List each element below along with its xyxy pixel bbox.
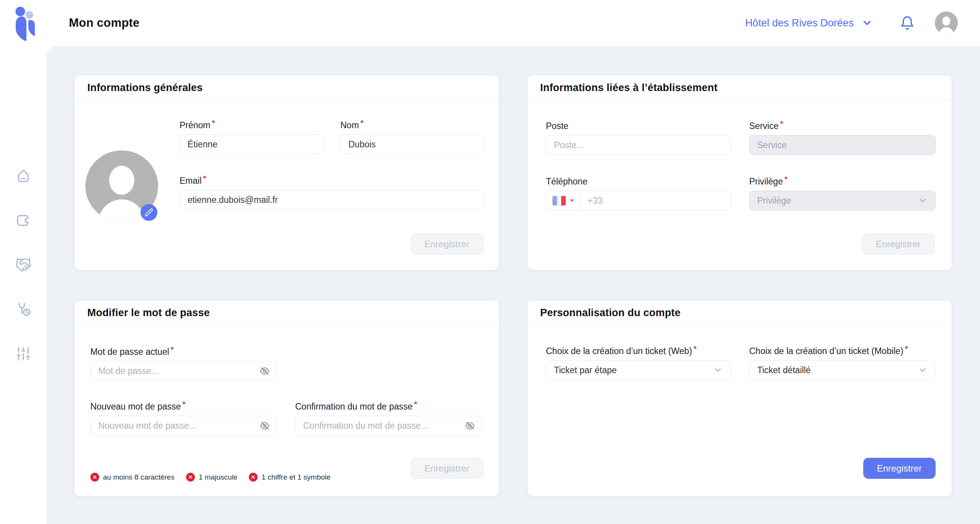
new-password-input[interactable] xyxy=(90,416,277,436)
telephone-label: Téléphone xyxy=(546,176,588,187)
prenom-label: Prénom xyxy=(180,120,211,131)
content-area: Informations générales Prénom* xyxy=(47,46,980,524)
save-personalization-button[interactable]: Enregistrer xyxy=(863,458,936,479)
toggle-confirm-password-visibility[interactable] xyxy=(463,419,477,433)
service-input xyxy=(749,135,936,155)
sidebar-item-partners[interactable] xyxy=(14,256,33,273)
required-asterisk: * xyxy=(694,346,697,351)
poste-label: Poste xyxy=(546,121,568,131)
eye-off-icon xyxy=(259,366,270,377)
eye-off-icon xyxy=(259,420,270,431)
card-title: Informations liées à l’établissement xyxy=(540,82,717,94)
card-informations-etablissement: Informations liées à l’établissement Pos… xyxy=(527,75,952,270)
required-asterisk: * xyxy=(780,121,783,126)
chevron-down-icon xyxy=(918,365,928,375)
notifications-button[interactable] xyxy=(899,15,916,31)
password-rules: au moins 8 caractères 1 majuscule 1 chif… xyxy=(90,473,331,482)
phone-field xyxy=(546,191,731,211)
ticket-web-select[interactable]: Ticket par étape xyxy=(546,360,731,380)
ticket-mobile-label: Choix de la création d’un ticket (Mobile… xyxy=(749,346,903,356)
ticket-mobile-select[interactable]: Ticket détaillé xyxy=(749,360,936,380)
country-code-dropdown[interactable] xyxy=(546,191,580,210)
ticket-mobile-select-value: Ticket détaillé xyxy=(757,365,811,375)
chevron-down-icon xyxy=(713,365,723,375)
nom-label: Nom xyxy=(340,120,359,131)
edit-avatar-button[interactable] xyxy=(140,204,157,221)
sidebar-item-home[interactable] xyxy=(14,168,33,184)
current-password-label: Mot de passe actuel xyxy=(90,347,169,357)
avatar-silhouette xyxy=(942,16,951,26)
prenom-input[interactable] xyxy=(180,134,323,154)
toggle-new-password-visibility[interactable] xyxy=(258,419,271,433)
confirm-password-label: Confirmation du mot de passe xyxy=(295,402,413,412)
toggle-current-password-visibility[interactable] xyxy=(258,364,271,378)
x-circle-icon xyxy=(90,473,99,482)
required-asterisk: * xyxy=(784,176,787,182)
caret-down-icon xyxy=(570,199,574,202)
poste-input[interactable] xyxy=(546,135,731,155)
profile-avatar xyxy=(85,150,158,222)
top-header: Mon compte Hôtel des Rives Dorées xyxy=(0,0,980,46)
card-modifier-mot-de-passe: Modifier le mot de passe Mot de passe ac… xyxy=(74,300,499,496)
email-input[interactable] xyxy=(180,190,484,210)
app-logo-icon xyxy=(14,6,38,41)
required-asterisk: * xyxy=(414,402,417,407)
nom-input[interactable] xyxy=(340,134,484,154)
current-password-input[interactable] xyxy=(90,361,277,381)
card-personnalisation-compte: Personnalisation du compte Choix de la c… xyxy=(527,300,952,496)
privilege-select-value: Privilège xyxy=(757,196,791,206)
save-establishment-button: Enregistrer xyxy=(862,233,935,255)
x-circle-icon xyxy=(249,473,258,482)
sidebar-nav xyxy=(0,46,47,524)
service-label: Service xyxy=(749,121,779,131)
x-circle-icon xyxy=(186,473,195,482)
required-asterisk: * xyxy=(203,176,206,181)
rule-digit-symbol: 1 chiffre et 1 symbole xyxy=(249,473,330,482)
ticket-web-select-value: Ticket par étape xyxy=(554,365,617,375)
handshake-icon xyxy=(15,257,31,273)
avatar-silhouette xyxy=(109,166,134,195)
ticket-web-label: Choix de la création d’un ticket (Web) xyxy=(546,346,692,356)
establishment-name: Hôtel des Rives Dorées xyxy=(745,17,854,29)
telephone-input[interactable] xyxy=(581,191,730,210)
rule-uppercase: 1 majuscule xyxy=(186,473,237,482)
privilege-select: Privilège xyxy=(749,191,936,211)
privilege-label: Privilège xyxy=(749,176,783,187)
rule-min-chars: au moins 8 caractères xyxy=(90,473,175,482)
card-informations-generales: Informations générales Prénom* xyxy=(74,75,499,270)
new-password-label: Nouveau mot de passe xyxy=(90,402,181,412)
required-asterisk: * xyxy=(171,347,174,352)
card-title: Informations générales xyxy=(87,82,203,94)
sidebar-item-tickets[interactable] xyxy=(14,212,33,229)
chevron-down-icon xyxy=(918,196,928,206)
required-asterisk: * xyxy=(361,120,364,126)
eye-off-icon xyxy=(464,420,475,431)
email-label: Email xyxy=(180,176,202,186)
sidebar-item-interventions[interactable] xyxy=(14,301,33,318)
save-password-button: Enregistrer xyxy=(410,458,483,479)
user-avatar[interactable] xyxy=(935,11,958,34)
card-title: Personnalisation du compte xyxy=(540,307,681,319)
sidebar-item-settings[interactable] xyxy=(14,345,33,362)
confirm-password-input[interactable] xyxy=(295,416,482,436)
save-general-button: Enregistrer xyxy=(410,233,483,255)
ticket-icon xyxy=(15,212,31,229)
required-asterisk: * xyxy=(183,402,186,407)
france-flag-icon xyxy=(552,196,566,206)
chevron-down-icon xyxy=(861,17,873,29)
sliders-icon xyxy=(15,346,31,362)
page-title: Mon compte xyxy=(69,16,140,30)
card-title: Modifier le mot de passe xyxy=(87,307,210,319)
required-asterisk: * xyxy=(905,346,908,351)
wrench-clock-icon xyxy=(15,301,31,317)
bell-icon xyxy=(900,15,915,31)
required-asterisk: * xyxy=(212,120,215,126)
home-icon xyxy=(15,168,31,184)
establishment-selector[interactable]: Hôtel des Rives Dorées xyxy=(745,17,873,29)
pencil-icon xyxy=(145,208,153,217)
